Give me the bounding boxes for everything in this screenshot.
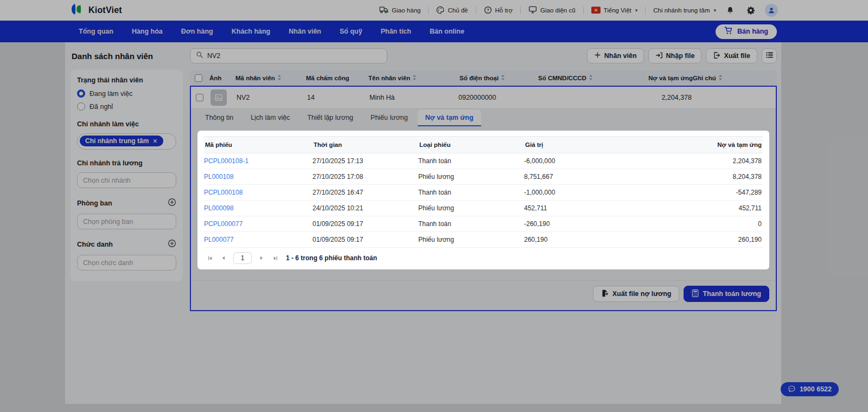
department-input[interactable] xyxy=(77,214,176,229)
utility-item-5[interactable]: Chi nhánh trung tâm▾ xyxy=(653,7,716,14)
debt-table-header: Mã phiếuThời gianLoại phiếuGiá trịNợ và … xyxy=(204,136,763,153)
status-option-0[interactable]: Đang làm việc xyxy=(77,89,176,98)
column-header-2: Mã chấm công xyxy=(306,75,368,81)
voucher-balance: 452,711 xyxy=(665,204,763,212)
file-export-icon xyxy=(601,289,609,299)
nav-item-3[interactable]: Khách hàng xyxy=(232,28,271,35)
column-header-1[interactable]: Mã nhân viên xyxy=(235,74,306,82)
nav-item-5[interactable]: Sổ quỹ xyxy=(340,28,362,35)
search-box xyxy=(190,48,387,63)
nav-item-4[interactable]: Nhân viên xyxy=(289,28,321,35)
filter-status-options: Đang làm việcĐã nghỉ xyxy=(77,89,176,111)
old-ui-icon xyxy=(528,6,537,15)
utility-item-4[interactable]: Tiếng Việt▾ xyxy=(591,7,638,15)
column-header-7[interactable]: Ghi chú xyxy=(693,74,777,82)
first-page-icon[interactable] xyxy=(206,254,214,262)
nav-item-6[interactable]: Phân tích xyxy=(381,28,411,35)
voucher-code-link[interactable]: PL000077 xyxy=(204,236,234,243)
support-phone-button[interactable]: 1900 6522 xyxy=(781,382,839,396)
debt-row-5: PL00007701/09/2025 09:17Phiếu lương260,1… xyxy=(204,232,763,248)
status-option-1[interactable]: Đã nghỉ xyxy=(77,102,176,111)
tab-2[interactable]: Thiết lập lương xyxy=(299,110,361,126)
voucher-value: 8,751,667 xyxy=(524,173,665,181)
add-job-title-icon[interactable] xyxy=(168,239,176,249)
support-phone-label: 1900 6522 xyxy=(800,385,832,393)
pay-salary-button[interactable]: Thanh toán lương xyxy=(684,286,769,302)
import-file-button[interactable]: Nhập file xyxy=(648,48,702,63)
add-employee-button[interactable]: Nhân viên xyxy=(587,48,644,63)
current-page[interactable]: 1 xyxy=(233,252,252,264)
branch-pay-input[interactable] xyxy=(77,172,176,188)
job-title-input[interactable] xyxy=(77,255,176,271)
column-header-label: Ảnh xyxy=(209,75,221,81)
export-debt-file-button[interactable]: Xuất file nợ lương xyxy=(593,286,680,302)
voucher-balance: 2,204,378 xyxy=(665,157,763,165)
tab-3[interactable]: Phiếu lương xyxy=(363,110,416,126)
vn-flag-icon xyxy=(591,7,601,15)
import-file-label: Nhập file xyxy=(666,52,695,60)
select-all-checkbox[interactable] xyxy=(195,74,202,82)
debt-row-0: PCPL000108-127/10/2025 17:13Thanh toán-6… xyxy=(204,153,763,169)
brand-logo[interactable]: KiotViet xyxy=(71,3,122,17)
support-icon: ? xyxy=(484,6,492,15)
settings-gear-icon[interactable] xyxy=(744,4,757,17)
voucher-code-link[interactable]: PCPL000108-1 xyxy=(204,157,248,165)
utility-item-2[interactable]: ?Hỗ trợ xyxy=(484,6,513,15)
column-header-5[interactable]: Số CMND/CCCD xyxy=(538,74,617,82)
voucher-type: Thanh toán xyxy=(418,220,524,228)
last-page-icon[interactable] xyxy=(271,254,279,262)
utility-item-3[interactable]: Giao diện cũ xyxy=(528,6,576,15)
tab-4-active[interactable]: Nợ và tạm ứng xyxy=(418,110,481,126)
utility-item-label: Chi nhánh trung tâm xyxy=(653,7,710,14)
add-department-icon[interactable] xyxy=(168,198,176,208)
filter-branch-work-label: Chi nhánh làm việc xyxy=(77,120,176,128)
sell-button-label: Bán hàng xyxy=(737,28,768,35)
employee-photo-placeholder-icon xyxy=(210,89,227,106)
sell-button[interactable]: Bán hàng xyxy=(716,24,777,39)
column-settings-button[interactable] xyxy=(762,48,777,63)
column-header-label: Mã nhân viên xyxy=(235,75,275,81)
column-header-label: Mã chấm công xyxy=(306,75,349,81)
branch-work-select[interactable]: Chi nhánh trung tâm ✕ xyxy=(77,133,176,150)
debt-row-3: PL00009824/10/2025 10:21Phiếu lương452,7… xyxy=(204,201,763,216)
voucher-code-link[interactable]: PCPL000108 xyxy=(204,189,242,196)
radio-icon[interactable] xyxy=(77,102,85,111)
nav-item-0[interactable]: Tổng quan xyxy=(79,28,113,35)
kiotviet-logo-icon xyxy=(71,3,85,17)
divider xyxy=(428,7,429,14)
content-area: Danh sách nhân viên Trạng thái nhân viên… xyxy=(65,42,781,404)
utility-item-0[interactable]: Giao hàng xyxy=(379,6,420,15)
employee-row[interactable]: NV2 14 Minh Hà 0920000000 2,204,378 xyxy=(191,87,776,108)
main-nav-items: Tổng quanHàng hóaĐơn hàngKhách hàngNhân … xyxy=(79,28,464,35)
prev-page-icon[interactable] xyxy=(220,254,227,262)
voucher-code-link[interactable]: PL000098 xyxy=(204,204,234,212)
next-page-icon[interactable] xyxy=(258,254,265,262)
tab-1[interactable]: Lịch làm việc xyxy=(243,110,297,126)
columns-icon xyxy=(765,52,774,60)
nav-item-2[interactable]: Đơn hàng xyxy=(181,28,213,35)
voucher-type: Phiếu lương xyxy=(418,173,524,181)
pagination: 1 1 - 6 trong 6 phiếu thanh toán xyxy=(204,248,763,267)
nav-item-1[interactable]: Hàng hóa xyxy=(132,28,163,35)
divider xyxy=(645,7,646,14)
utility-item-1[interactable]: Chủ đề xyxy=(436,6,468,15)
user-avatar[interactable] xyxy=(765,4,778,17)
voucher-code-link[interactable]: PCPL000077 xyxy=(204,220,242,228)
column-header-3[interactable]: Tên nhân viên xyxy=(368,74,459,82)
column-header-0: Ảnh xyxy=(209,75,235,81)
voucher-balance: 260,190 xyxy=(665,236,763,243)
search-input[interactable] xyxy=(207,52,381,60)
tab-0[interactable]: Thông tin xyxy=(197,110,241,126)
export-file-button[interactable]: Xuất file xyxy=(706,48,757,63)
nav-item-7[interactable]: Bán online xyxy=(430,28,464,35)
utility-item-label: Hỗ trợ xyxy=(495,7,513,14)
voucher-time: 01/09/2025 09:17 xyxy=(312,220,418,228)
radio-selected-icon[interactable] xyxy=(77,89,85,98)
voucher-value: -6,000,000 xyxy=(524,157,665,165)
sort-icon xyxy=(277,74,282,82)
column-header-4[interactable]: Số điện thoại xyxy=(459,74,538,82)
branch-chip-remove-icon[interactable]: ✕ xyxy=(152,138,157,145)
row-checkbox[interactable] xyxy=(196,94,203,101)
voucher-code-link[interactable]: PL000108 xyxy=(204,173,234,181)
notifications-bell-icon[interactable] xyxy=(724,4,737,17)
